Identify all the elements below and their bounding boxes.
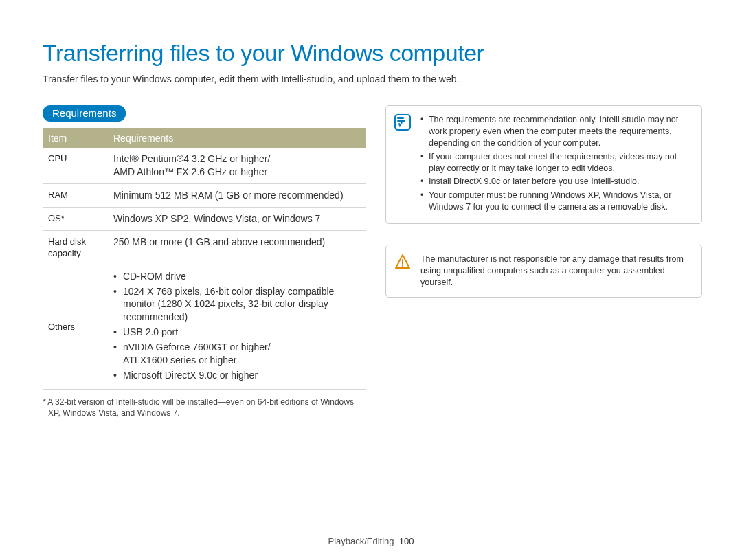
requirements-badge: Requirements	[43, 105, 126, 122]
cell-os-value: Windows XP SP2, Windows Vista, or Window…	[108, 207, 366, 230]
warning-box: The manufacturer is not responsible for …	[385, 245, 702, 298]
cell-others-label: Others	[43, 265, 108, 389]
warning-icon	[394, 254, 411, 270]
warning-text: The manufacturer is not responsible for …	[420, 254, 684, 287]
cell-cpu-label: CPU	[43, 148, 108, 183]
note-item: Install DirectX 9.0c or later before you…	[420, 176, 692, 188]
cell-cpu-value: Intel® Pentium®4 3.2 GHz or higher/ AMD …	[108, 148, 366, 183]
table-row: Others CD-ROM drive 1024 X 768 pixels, 1…	[43, 265, 366, 389]
others-item: nVIDIA Geforce 7600GT or higher/ ATI X16…	[113, 341, 361, 367]
page-title: Transferring files to your Windows compu…	[43, 40, 702, 67]
cell-ram-value: Minimum 512 MB RAM (1 GB or more recomme…	[108, 183, 366, 207]
table-row: OS* Windows XP SP2, Windows Vista, or Wi…	[43, 207, 366, 230]
note-item: Your computer must be running Windows XP…	[420, 190, 692, 213]
table-row: Hard disk capacity 250 MB or more (1 GB …	[43, 230, 366, 265]
th-item: Item	[43, 128, 108, 148]
others-item: USB 2.0 port	[113, 326, 361, 339]
note-item: If your computer does not meet the requi…	[420, 151, 692, 175]
svg-point-2	[402, 265, 403, 267]
table-row: RAM Minimum 512 MB RAM (1 GB or more rec…	[43, 183, 366, 207]
cell-os-label: OS*	[43, 207, 108, 230]
cell-others-value: CD-ROM drive 1024 X 768 pixels, 16-bit c…	[108, 265, 366, 389]
left-column: Requirements Item Requirements CPU Intel…	[43, 105, 366, 418]
th-requirements: Requirements	[108, 128, 366, 148]
others-item: 1024 X 768 pixels, 16-bit color display …	[113, 285, 361, 324]
note-item: The requirements are recommendation only…	[420, 114, 692, 149]
requirements-table: Item Requirements CPU Intel® Pentium®4 3…	[43, 128, 366, 390]
cell-ram-label: RAM	[43, 183, 108, 207]
cell-hdd-value: 250 MB or more (1 GB and above recommend…	[108, 230, 366, 265]
table-row: CPU Intel® Pentium®4 3.2 GHz or higher/ …	[43, 148, 366, 183]
cell-hdd-label: Hard disk capacity	[43, 230, 108, 265]
footer-section: Playback/Editing	[328, 536, 394, 546]
note-icon	[394, 114, 411, 131]
intro-text: Transfer files to your Windows computer,…	[43, 74, 702, 85]
others-item: CD-ROM drive	[113, 270, 361, 283]
others-item: Microsoft DirectX 9.0c or higher	[113, 369, 361, 382]
footer-page-number: 100	[399, 536, 414, 546]
page-footer: Playback/Editing 100	[0, 536, 742, 546]
right-column: The requirements are recommendation only…	[385, 105, 702, 418]
note-box: The requirements are recommendation only…	[385, 105, 702, 224]
footnote: * A 32-bit version of Intelli-studio wil…	[43, 396, 366, 418]
